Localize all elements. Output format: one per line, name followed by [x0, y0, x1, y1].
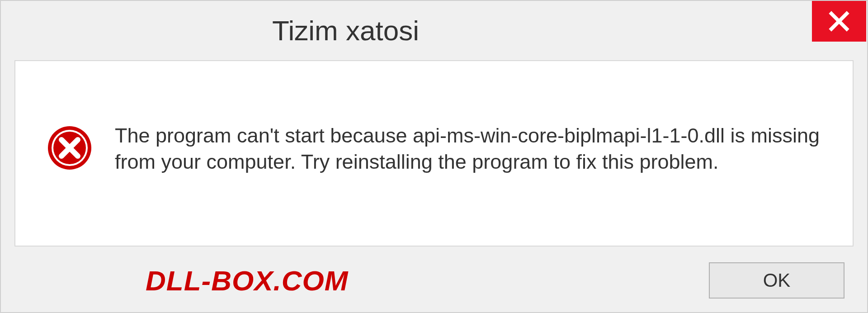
close-icon	[828, 10, 850, 33]
close-button[interactable]	[812, 1, 866, 42]
dialog-footer: DLL-BOX.COM OK	[1, 251, 867, 312]
dialog-title: Tizim xatosi	[272, 14, 419, 47]
error-message: The program can't start because api-ms-w…	[115, 123, 821, 175]
content-panel: The program can't start because api-ms-w…	[14, 60, 854, 247]
error-dialog: Tizim xatosi The program can't start bec…	[0, 0, 868, 313]
titlebar: Tizim xatosi	[1, 1, 867, 56]
watermark-text: DLL-BOX.COM	[146, 265, 348, 297]
error-icon	[47, 125, 92, 172]
ok-button[interactable]: OK	[709, 262, 844, 299]
